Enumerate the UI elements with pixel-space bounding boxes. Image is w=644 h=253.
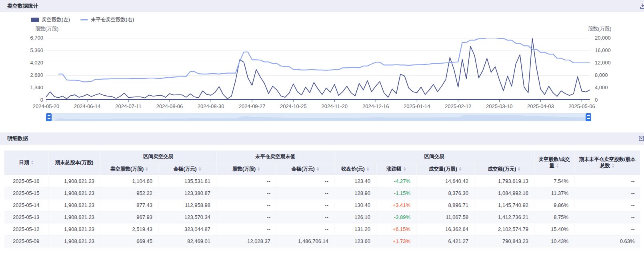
legend-item-short-shares[interactable]: 卖空股数(左) [31,16,70,23]
export-icon[interactable] [638,135,644,142]
right-y-tick-label: 12,000 [595,60,611,66]
cell-short-shares: 952.22 [100,187,158,199]
datazoom-slider[interactable] [46,113,591,121]
x-tick-label: 2024-05-20 [25,103,67,109]
col-header-ratio-open-equity[interactable]: 期末未平仓卖空股数/股本总数▲▼ [574,151,640,175]
sort-icon: ▲▼ [518,166,520,171]
sort-icon: ▲▼ [366,166,369,171]
detail-table: 日期▲▼ 期末总股本(万股) 区间卖空交易 未平仓卖空期末值 区间交易 卖空股数… [4,150,640,247]
cell-change: -1.15% [376,187,416,199]
cell-turnover: 790,843.23 [474,235,534,247]
cell-open-amount: -- [276,211,334,223]
cell-change: -3.89% [376,211,416,223]
x-tick-label: 2024-12-16 [355,103,396,109]
cell-ratio-short-vol: 9.86% [534,199,574,211]
chart-plot-area[interactable] [46,38,590,103]
col-header-ratio-short-vol[interactable]: 卖空股数/成交量▲▼ [534,151,574,175]
col-header-date[interactable]: 日期▲▼ [4,151,48,175]
cell-volume: 11,067.58 [416,211,474,223]
x-tick-label: 2024-08-30 [190,103,232,109]
x-tick-label: 2024-09-27 [231,103,273,109]
cell-open-shares: -- [216,199,276,211]
cell-short-amount: 323,044.87 [158,223,216,235]
legend-swatch-rect-icon [31,18,39,22]
cell-turnover: 1,145,740.92 [474,199,534,211]
cell-volume: 6,421.27 [416,235,474,247]
x-tick-label: 2025-01-14 [396,103,438,109]
cell-total-equity: 1,908,621.23 [48,211,100,223]
legend-item-open-short-shares[interactable]: 未平仓卖空股数(右) [80,16,134,23]
cell-volume: 16,362.64 [416,223,474,235]
col-header-turnover[interactable]: 成交额(万元)▲▼ [474,163,534,175]
cell-total-equity: 1,908,621.23 [48,199,100,211]
cell-total-equity: 1,908,621.23 [48,235,100,247]
right-y-tick-label: 16,000 [595,47,611,53]
cell-ratio-short-vol: 8.75% [534,211,574,223]
x-tick-label: 2025-03-10 [478,103,520,109]
cell-ratio-short-vol: 10.43% [534,235,574,247]
cell-ratio-short-vol: 15.40% [534,223,574,235]
left-y-tick-label: 0 [12,97,43,103]
legend-label: 卖空股数(左) [42,16,70,23]
table-row: 2025-05-151,908,621.23952.22123,380.87--… [4,187,640,199]
cell-ratio-open-equity: -- [574,199,640,211]
x-tick-label: 2024-11-20 [314,103,355,109]
cell-total-equity: 1,908,621.23 [48,175,100,187]
col-header-change[interactable]: 涨跌幅▲▼ [376,163,416,175]
cell-short-amount: 82,469.01 [158,235,216,247]
sort-icon: ▲▼ [612,163,614,168]
cell-ratio-open-equity: -- [574,211,640,223]
col-header-total-equity: 期末总股本(万股) [48,151,100,175]
cell-volume: 14,640.42 [416,175,474,187]
x-tick-label: 2024-07-11 [108,103,149,109]
col-header-open-amount[interactable]: 金额(万元)▲▼ [276,163,334,175]
cell-short-shares: 1,104.60 [100,175,158,187]
left-y-tick-label: 2,680 [12,72,43,78]
table-row: 2025-05-161,908,621.231,104.60135,531.61… [4,175,640,187]
right-y-tick-label: 20,000 [595,35,611,41]
col-header-close[interactable]: 收盘价(元)▲▼ [334,163,376,175]
x-tick-label: 2024-08-06 [149,103,190,109]
cell-ratio-open-equity: 0.63% [574,235,640,247]
cell-date: 2025-05-13 [4,211,48,223]
col-header-volume[interactable]: 成交量(万股)▲▼ [416,163,474,175]
series-line-open-short-shares[interactable] [58,38,590,82]
cell-open-amount: -- [276,175,334,187]
sort-icon: ▲▼ [316,166,319,171]
col-header-open-shares[interactable]: 股数(万股)▲▼ [216,163,276,175]
datazoom-right-handle[interactable] [586,113,591,121]
table-row: 2025-05-131,908,621.23967.93123,570.34--… [4,211,640,223]
cell-short-amount: 123,570.34 [158,211,216,223]
cell-turnover: 2,102,574.79 [474,223,534,235]
cell-turnover: 1,084,992.16 [474,187,534,199]
cell-date: 2025-05-15 [4,187,48,199]
sort-icon: ▲▼ [556,163,559,168]
cell-close: 130.40 [334,199,376,211]
download-icon[interactable] [640,3,644,9]
cell-date: 2025-05-12 [4,223,48,235]
cell-ratio-open-equity: -- [574,187,640,199]
cell-open-amount: -- [276,223,334,235]
cell-change: +3.41% [376,199,416,211]
cell-open-amount: -- [276,187,334,199]
right-y-tick-label: 0 [595,97,598,103]
group-header-interval-trading: 区间交易 [334,151,534,163]
datazoom-left-handle[interactable] [46,113,52,121]
x-tick-label: 2025-05-06 [561,103,602,109]
detail-panel-title: 明细数据 [7,135,28,142]
chart-canvas[interactable] [46,38,590,103]
series-line-short-shares[interactable] [46,38,590,98]
left-y-tick-label: 1,340 [12,84,43,90]
cell-short-shares: 2,519.43 [100,223,158,235]
cell-open-amount: -- [276,199,334,211]
cell-change: -4.27% [376,175,416,187]
cell-volume: 8,376.30 [416,187,474,199]
x-tick-label: 2025-02-12 [437,103,479,109]
cell-open-shares: -- [216,187,276,199]
col-header-short-amount[interactable]: 金额(万元)▲▼ [158,163,216,175]
right-y-tick-label: 4,000 [595,84,608,90]
cell-volume: 8,896.71 [416,199,474,211]
cell-ratio-short-vol: 7.54% [534,175,574,187]
col-header-short-shares[interactable]: 卖空股数(万股)▲▼ [100,163,158,175]
legend-swatch-line-icon [80,19,88,20]
